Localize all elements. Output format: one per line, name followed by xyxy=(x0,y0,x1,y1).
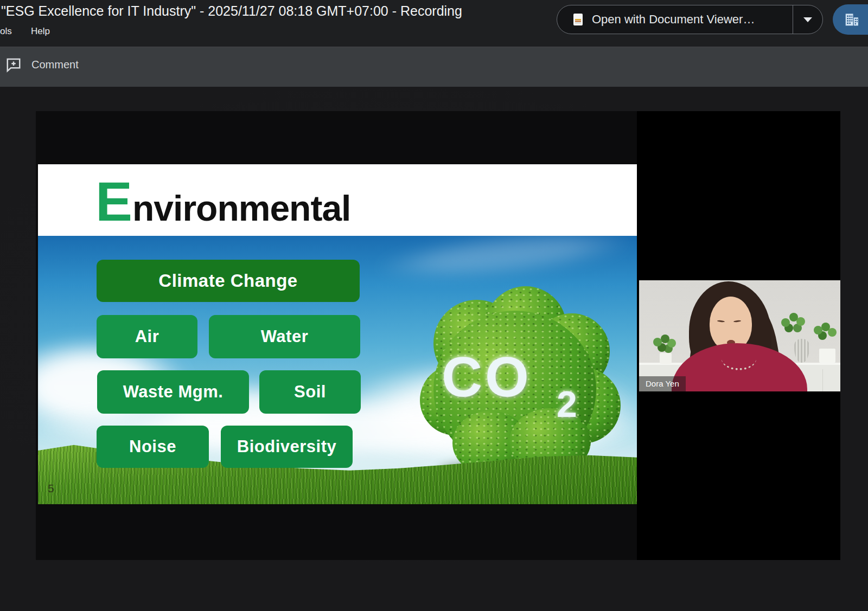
presenter-necklace xyxy=(722,348,756,370)
open-with-label: Open with Document Viewer… xyxy=(592,12,755,27)
add-comment-icon xyxy=(5,56,22,73)
presenter-face xyxy=(710,297,752,351)
window-title: "ESG Excellence for IT Industry" - 2025/… xyxy=(1,3,462,19)
co2-subscript: 2 xyxy=(557,383,577,425)
open-with-button[interactable]: Open with Document Viewer… xyxy=(557,5,793,34)
comment-button[interactable]: Comment xyxy=(5,56,79,73)
video-player[interactable]: CO 2 Environmental Climate Change Air Wa… xyxy=(36,111,840,560)
webcam-tile: Dora Yen xyxy=(639,280,840,391)
comment-toolbar: Comment xyxy=(0,47,868,87)
cloud xyxy=(373,236,636,287)
slide-button-biodiversity: Biodiversity xyxy=(221,426,353,468)
header-bar: "ESG Excellence for IT Industry" - 2025/… xyxy=(0,0,868,47)
webcam-column: Dora Yen xyxy=(637,111,840,560)
screen: "ESG Excellence for IT Industry" - 2025/… xyxy=(0,0,868,611)
slide-page-number: 5 xyxy=(48,482,54,495)
open-with-button-group: Open with Document Viewer… xyxy=(557,5,823,34)
presentation-slide: CO 2 Environmental Climate Change Air Wa… xyxy=(38,164,637,504)
slide-button-air: Air xyxy=(97,315,197,358)
menu-item-help[interactable]: Help xyxy=(31,26,50,37)
slide-title-band: Environmental xyxy=(38,164,637,236)
slide-button-waste-mgm: Waste Mgm. xyxy=(97,370,249,414)
org-badge-button[interactable] xyxy=(833,4,868,35)
open-with-dropdown-toggle[interactable] xyxy=(793,5,822,34)
webcam-name-label: Dora Yen xyxy=(639,376,686,391)
menu-item-tools[interactable]: ols xyxy=(0,26,12,37)
slide-button-climate-change: Climate Change xyxy=(97,260,360,302)
co2-text: CO xyxy=(442,345,532,409)
slide-button-noise: Noise xyxy=(97,426,209,468)
slide-title: Environmental xyxy=(95,174,350,229)
presenter xyxy=(639,280,840,391)
co2-topiary-illustration: CO 2 xyxy=(425,292,605,476)
slide-button-water: Water xyxy=(209,315,360,358)
chevron-down-icon xyxy=(803,17,812,22)
slide-button-soil: Soil xyxy=(259,370,361,414)
comment-label: Comment xyxy=(31,59,79,71)
document-icon xyxy=(573,14,583,25)
main-area: CO 2 Environmental Climate Change Air Wa… xyxy=(0,87,868,611)
slide-title-initial: E xyxy=(95,174,132,229)
slide-title-rest: nvironmental xyxy=(132,190,350,226)
building-icon xyxy=(844,11,860,28)
